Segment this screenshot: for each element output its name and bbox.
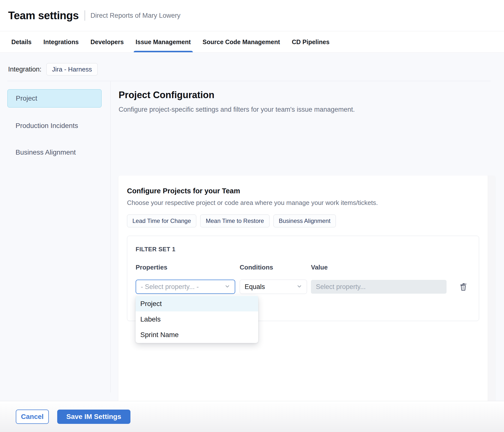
integration-label: Integration: — [8, 66, 41, 73]
save-im-settings-button[interactable]: Save IM Settings — [57, 410, 130, 424]
section-divider — [7, 81, 491, 81]
delete-filter-button[interactable] — [458, 281, 469, 293]
trash-icon — [459, 289, 468, 292]
sidebar-item-production-incidents[interactable]: Production Incidents — [7, 122, 78, 130]
page-header: Team settings Direct Reports of Mary Low… — [0, 0, 504, 31]
main-panel: Project Configuration Configure project-… — [111, 81, 504, 401]
chevron-down-icon — [296, 283, 302, 290]
page-title: Team settings — [8, 9, 79, 22]
condition-select[interactable]: Equals — [240, 280, 307, 294]
configure-projects-card: Configure Projects for your Team Choose … — [118, 176, 495, 432]
filter-row: - Select property... - Equals — [136, 280, 479, 294]
filter-set-card: FILTER SET 1 Properties Conditions Value… — [127, 236, 479, 321]
value-column-label: Value — [311, 264, 447, 271]
dropdown-option-labels[interactable]: Labels — [136, 311, 258, 327]
card-scrollbar-track[interactable] — [488, 176, 495, 432]
filter-set-title: FILTER SET 1 — [136, 246, 479, 253]
chevron-down-icon — [224, 283, 230, 290]
tab-issue-management[interactable]: Issue Management — [136, 32, 191, 52]
metric-chips: Lead Time for Change Mean Time to Restor… — [127, 215, 495, 227]
tab-details[interactable]: Details — [11, 32, 32, 52]
tab-bar: Details Integrations Developers Issue Ma… — [0, 32, 504, 53]
filter-column-labels: Properties Conditions Value — [136, 264, 479, 271]
card-subtitle: Choose your respective project or code a… — [127, 199, 495, 207]
conditions-column-label: Conditions — [240, 264, 307, 271]
property-select[interactable]: - Select property... - — [136, 280, 235, 294]
integration-badge[interactable]: Jira - Harness — [46, 63, 98, 75]
tab-cd-pipelines[interactable]: CD Pipelines — [292, 32, 330, 52]
tab-developers[interactable]: Developers — [90, 32, 124, 52]
card-title: Configure Projects for your Team — [127, 187, 495, 195]
chip-business-alignment[interactable]: Business Alignment — [273, 215, 336, 227]
section-subtitle: Configure project-specific settings and … — [119, 106, 504, 113]
condition-select-value: Equals — [245, 283, 265, 291]
chip-lead-time-for-change[interactable]: Lead Time for Change — [127, 215, 196, 227]
tab-source-code-management[interactable]: Source Code Management — [203, 32, 280, 52]
properties-column-label: Properties — [136, 264, 235, 271]
chip-mean-time-to-restore[interactable]: Mean Time to Restore — [200, 215, 269, 227]
property-dropdown-menu: Project Labels Sprint Name — [136, 295, 258, 343]
cancel-button[interactable]: Cancel — [16, 410, 49, 424]
team-settings-page: Team settings Direct Reports of Mary Low… — [0, 0, 504, 432]
title-divider — [85, 10, 85, 21]
page-subtitle: Direct Reports of Mary Lowery — [90, 12, 180, 19]
dropdown-option-sprint-name[interactable]: Sprint Name — [136, 327, 258, 342]
sidebar-item-business-alignment[interactable]: Business Alignment — [7, 148, 76, 156]
integration-row: Integration: Jira - Harness — [8, 63, 98, 75]
value-input[interactable] — [311, 280, 447, 294]
dropdown-option-project[interactable]: Project — [136, 296, 258, 311]
property-select-placeholder: - Select property... - — [141, 283, 199, 291]
sidebar-item-project[interactable]: Project — [7, 89, 102, 108]
tab-integrations[interactable]: Integrations — [43, 32, 79, 52]
footer-bar: Cancel Save IM Settings — [0, 401, 504, 432]
section-title: Project Configuration — [119, 90, 504, 100]
content-area: Integration: Jira - Harness Project Prod… — [0, 53, 504, 401]
